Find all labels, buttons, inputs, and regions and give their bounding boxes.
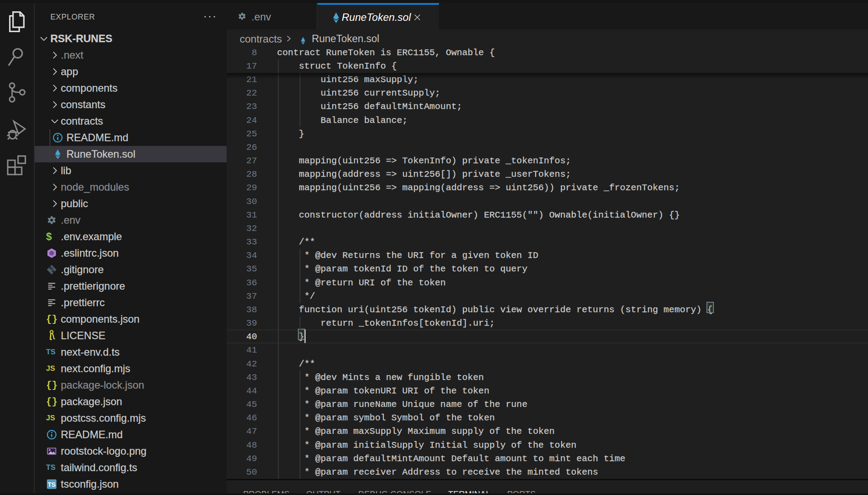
- svg-text:TS: TS: [48, 481, 56, 488]
